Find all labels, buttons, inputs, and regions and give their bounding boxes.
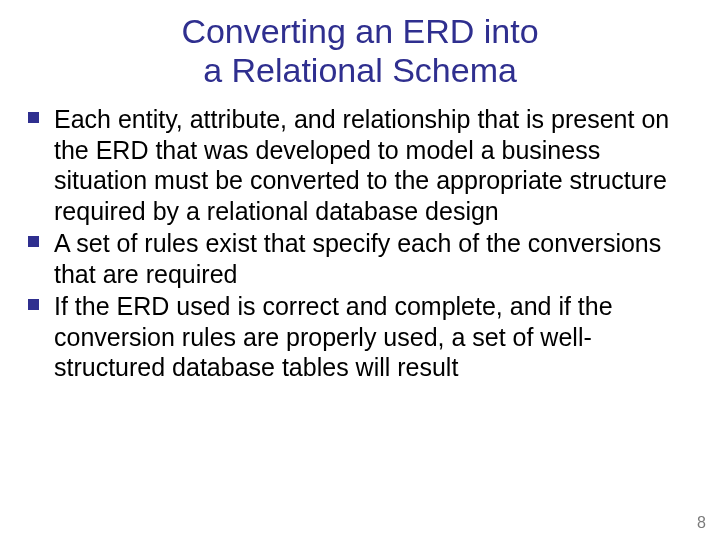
title-line-2: a Relational Schema: [203, 51, 517, 89]
slide: Converting an ERD into a Relational Sche…: [0, 0, 720, 540]
list-item: If the ERD used is correct and complete,…: [34, 291, 698, 383]
bullet-text: Each entity, attribute, and relationship…: [54, 105, 669, 225]
title-line-1: Converting an ERD into: [181, 12, 538, 50]
page-number: 8: [697, 514, 706, 532]
slide-body: Each entity, attribute, and relationship…: [0, 90, 720, 383]
bullet-text: A set of rules exist that specify each o…: [54, 229, 661, 288]
slide-title: Converting an ERD into a Relational Sche…: [0, 0, 720, 90]
bullet-list: Each entity, attribute, and relationship…: [34, 104, 698, 383]
list-item: A set of rules exist that specify each o…: [34, 228, 698, 289]
bullet-text: If the ERD used is correct and complete,…: [54, 292, 613, 381]
list-item: Each entity, attribute, and relationship…: [34, 104, 698, 226]
